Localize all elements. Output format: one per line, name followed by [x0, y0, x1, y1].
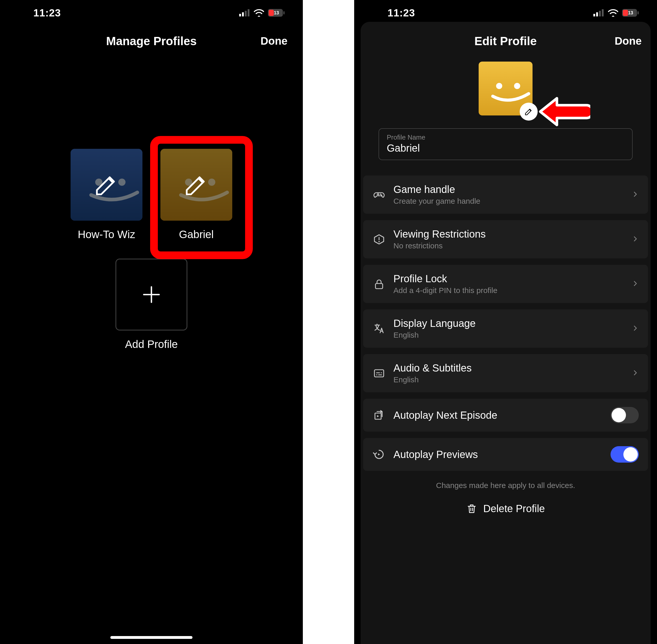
svg-rect-3 — [248, 9, 249, 17]
svg-rect-18 — [637, 11, 639, 14]
setting-row-gamepad[interactable]: Game handleCreate your game handle — [363, 176, 648, 214]
setting-subtitle: No restrictions — [393, 242, 624, 250]
home-indicator[interactable] — [110, 636, 192, 639]
chevron-right-icon — [632, 367, 639, 380]
svg-text:13: 13 — [274, 10, 279, 16]
avatar — [71, 149, 142, 221]
profile-name-label: Profile Name — [387, 133, 625, 141]
page-title: Edit Profile — [475, 34, 537, 48]
toggle[interactable] — [611, 446, 639, 463]
done-button[interactable]: Done — [615, 35, 641, 47]
setting-row-lock[interactable]: Profile LockAdd a 4-digit PIN to this pr… — [363, 265, 648, 303]
pencil-icon — [183, 172, 209, 198]
profile-tile-gabriel[interactable]: Gabriel — [160, 149, 232, 241]
profile-name-field[interactable]: Profile Name Gabriel — [379, 128, 633, 160]
cellular-icon — [239, 9, 250, 17]
battery-icon: 13 — [622, 9, 639, 17]
svg-rect-22 — [376, 283, 383, 289]
svg-rect-0 — [239, 14, 241, 17]
header: Manage Profiles Done — [0, 26, 303, 56]
svg-rect-15 — [602, 9, 604, 17]
status-icons: 13 — [593, 9, 639, 17]
status-bar: 11:23 13 — [354, 0, 657, 26]
svg-point-20 — [496, 83, 502, 89]
delete-profile-label: Delete Profile — [483, 503, 545, 514]
warn-icon — [372, 233, 386, 246]
setting-text: Audio & SubtitlesEnglish — [393, 362, 624, 384]
svg-point-21 — [514, 83, 520, 89]
setting-text: Autoplay Previews — [393, 449, 603, 460]
setting-text: Viewing RestrictionsNo restrictions — [393, 228, 624, 250]
setting-text: Display LanguageEnglish — [393, 318, 624, 340]
status-icons: 13 — [239, 9, 285, 17]
status-time: 11:23 — [33, 7, 61, 19]
setting-title: Game handle — [393, 184, 624, 195]
add-tile — [115, 259, 187, 330]
wifi-icon — [253, 9, 264, 17]
setting-text: Game handleCreate your game handle — [393, 184, 624, 206]
setting-text: Autoplay Next Episode — [393, 410, 603, 421]
setting-row-warn[interactable]: Viewing RestrictionsNo restrictions — [363, 220, 648, 258]
setting-title: Profile Lock — [393, 273, 624, 284]
svg-rect-14 — [599, 11, 601, 17]
delete-profile-button[interactable]: Delete Profile — [363, 503, 648, 514]
profile-tile-howto[interactable]: How-To Wiz — [71, 149, 142, 241]
cellular-icon — [593, 9, 604, 17]
lock-icon — [372, 278, 386, 290]
wifi-icon — [608, 9, 618, 17]
gamepad-icon — [372, 189, 386, 201]
setting-subtitle: Add a 4-digit PIN to this profile — [393, 286, 624, 295]
svg-rect-13 — [596, 12, 598, 17]
add-profile-label: Add Profile — [125, 338, 178, 350]
header: Edit Profile Done — [354, 26, 657, 56]
footer-note: Changes made here apply to all devices. — [363, 481, 648, 490]
svg-rect-6 — [283, 11, 285, 14]
replay-icon — [372, 448, 386, 461]
status-time: 11:23 — [387, 7, 415, 19]
setting-title: Display Language — [393, 318, 624, 329]
chevron-right-icon — [632, 278, 639, 290]
trash-icon — [466, 503, 477, 514]
toggle[interactable] — [611, 407, 639, 423]
setting-subtitle: Create your game handle — [393, 197, 624, 206]
setting-title: Audio & Subtitles — [393, 362, 624, 374]
subtitles-icon — [372, 367, 386, 380]
setting-title: Autoplay Previews — [393, 449, 603, 460]
setting-row-next[interactable]: Autoplay Next Episode — [363, 399, 648, 432]
svg-rect-12 — [593, 14, 595, 17]
next-icon — [372, 409, 386, 421]
done-button[interactable]: Done — [260, 35, 288, 47]
setting-subtitle: English — [393, 331, 624, 340]
phone-manage-profiles: 11:23 13 Manage Profiles Done How-To Wiz — [0, 0, 303, 644]
setting-title: Viewing Restrictions — [393, 228, 624, 240]
page-title: Manage Profiles — [106, 34, 197, 48]
profiles-grid: How-To Wiz Gabriel Add Profile — [0, 149, 303, 350]
settings-list: Game handleCreate your game handleViewin… — [363, 176, 648, 471]
setting-row-subtitles[interactable]: Audio & SubtitlesEnglish — [363, 354, 648, 392]
pencil-icon — [94, 172, 119, 198]
setting-row-replay[interactable]: Autoplay Previews — [363, 438, 648, 471]
svg-rect-17 — [623, 10, 628, 16]
phone-edit-profile: 11:23 13 Edit Profile Done — [354, 0, 657, 644]
setting-subtitle: English — [393, 375, 624, 384]
profile-name-value: Gabriel — [387, 142, 625, 154]
svg-rect-23 — [375, 370, 384, 377]
add-profile-tile[interactable]: Add Profile — [115, 259, 187, 350]
svg-rect-1 — [242, 12, 244, 17]
edit-avatar-button[interactable] — [520, 102, 538, 121]
lang-icon — [372, 323, 386, 335]
status-bar: 11:23 13 — [0, 0, 303, 26]
avatar — [160, 149, 232, 221]
battery-icon: 13 — [268, 9, 285, 17]
svg-rect-5 — [269, 10, 274, 16]
pencil-icon — [524, 107, 533, 116]
profile-name: How-To Wiz — [78, 228, 135, 241]
svg-text:13: 13 — [628, 10, 633, 16]
setting-title: Autoplay Next Episode — [393, 410, 603, 421]
setting-text: Profile LockAdd a 4-digit PIN to this pr… — [393, 273, 624, 295]
setting-row-lang[interactable]: Display LanguageEnglish — [363, 309, 648, 348]
annotation-arrow-icon — [536, 94, 590, 130]
chevron-right-icon — [632, 233, 639, 246]
chevron-right-icon — [632, 189, 639, 201]
svg-rect-2 — [245, 11, 247, 17]
